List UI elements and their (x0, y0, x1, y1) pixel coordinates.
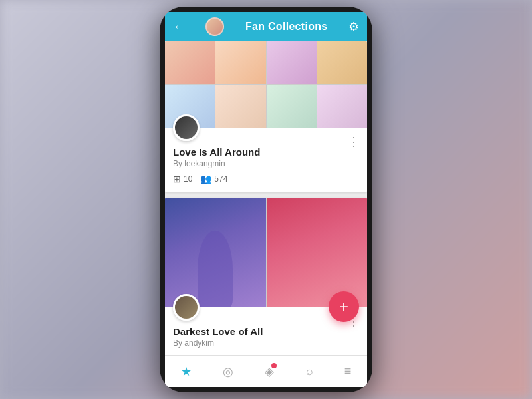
nav-item-explore[interactable]: ◎ (216, 362, 240, 382)
card2-img-1 (165, 198, 266, 307)
grid-icon: ⊞ (173, 174, 181, 184)
card1-image-grid[interactable] (165, 41, 367, 128)
phone-shell: ← Fan Collections ⚙ (160, 7, 372, 392)
nav-item-home[interactable]: ★ (174, 362, 198, 382)
explore-icon: ◎ (223, 364, 233, 379)
card1-followers: 574 (214, 174, 227, 184)
card1-body: ⋮ Love Is All Around By leekangmin ⊞ 10 … (165, 128, 367, 192)
card2-followers: 362 (214, 354, 227, 355)
people-icon: 👥 (200, 174, 211, 184)
nav-item-search[interactable]: ⌕ (299, 362, 320, 381)
card2-count-stat: ⊞ 10 (173, 353, 192, 355)
card1-stats: ⊞ 10 👥 574 (173, 174, 359, 184)
screen: ← Fan Collections ⚙ (165, 12, 367, 387)
page-title: Fan Collections (245, 21, 328, 33)
star-icon: ★ (181, 364, 192, 379)
card2-stats: ⊞ 10 👥 362 (173, 353, 359, 355)
fab-button[interactable]: + (329, 291, 359, 322)
card1-title: Love Is All Around (173, 146, 359, 158)
card1-img-8 (317, 85, 367, 128)
card1-img-7 (267, 85, 317, 128)
card2-image-grid[interactable] (165, 198, 367, 307)
nav-item-menu[interactable]: ≡ (338, 362, 358, 381)
card1-author: By leekangmin (173, 159, 359, 168)
card2-title: Darkest Love of All (173, 326, 359, 337)
people-icon-2: 👥 (200, 353, 211, 355)
card2-img-2 (267, 198, 368, 307)
card1-img-6 (215, 85, 265, 128)
collections-icon: ◈ (265, 364, 274, 379)
card2-followers-stat: 👥 362 (200, 353, 227, 355)
nav-item-collections[interactable]: ◈ (258, 362, 281, 382)
menu-icon: ≡ (344, 364, 352, 378)
collection-card-2: ⋮ Darkest Love of All By andykim ⊞ 10 👥 … (165, 198, 367, 355)
card1-count-stat: ⊞ 10 (173, 174, 192, 184)
bottom-navigation: ★ ◎ ◈ ⌕ ≡ (165, 355, 367, 387)
card1-img-1 (165, 41, 215, 84)
header: ← Fan Collections ⚙ (165, 12, 367, 41)
card1-img-4 (317, 41, 367, 84)
card1-menu-button[interactable]: ⋮ (348, 134, 360, 149)
filter-icon[interactable]: ⚙ (348, 19, 359, 34)
card1-img-3 (267, 41, 317, 84)
header-avatar[interactable] (205, 17, 224, 36)
search-icon: ⌕ (306, 364, 313, 378)
card1-count: 10 (184, 174, 192, 184)
card2-count: 10 (184, 354, 192, 355)
card1-img-2 (215, 41, 265, 84)
card2-author: By andykim (173, 338, 359, 348)
back-button[interactable]: ← (173, 20, 185, 34)
card1-followers-stat: 👥 574 (200, 174, 227, 184)
collection-card-1: ⋮ Love Is All Around By leekangmin ⊞ 10 … (165, 41, 367, 192)
scroll-content: ⋮ Love Is All Around By leekangmin ⊞ 10 … (165, 41, 367, 355)
grid-icon-2: ⊞ (173, 353, 181, 355)
